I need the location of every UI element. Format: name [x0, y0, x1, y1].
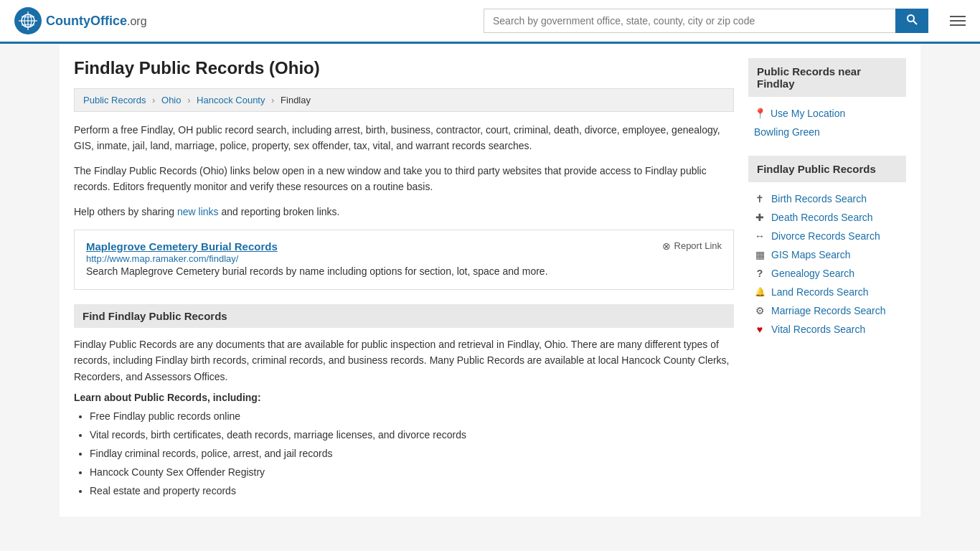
gis-icon: ▦: [754, 249, 765, 260]
findlay-records-heading: Findlay Public Records: [748, 156, 906, 182]
vital-icon: ♥: [754, 324, 765, 335]
breadcrumb-ohio[interactable]: Ohio: [161, 95, 181, 105]
logo-icon: [14, 7, 42, 34]
records-links: ✝Birth Records Search✚Death Records Sear…: [748, 189, 906, 339]
learn-list-item: Real estate and property records: [90, 484, 734, 499]
sidebar-record-item: ✚Death Records Search: [748, 208, 906, 227]
record-description: Search Maplegrove Cemetery burial record…: [86, 264, 722, 279]
sidebar: Public Records near Findlay 📍 Use My Loc…: [748, 58, 906, 502]
new-links-link[interactable]: new links: [177, 206, 219, 217]
svg-line-6: [913, 21, 917, 24]
find-paragraph: Findlay Public Records are any documents…: [74, 336, 734, 385]
marriage-icon: ⚙: [754, 305, 765, 316]
find-heading: Find Findlay Public Records: [74, 304, 734, 328]
learn-list: Free Findlay public records onlineVital …: [74, 409, 734, 499]
death-icon: ✚: [754, 212, 765, 223]
location-pin-icon: 📍: [754, 108, 766, 119]
sidebar-record-link[interactable]: GIS Maps Search: [771, 249, 851, 260]
sidebar-record-link[interactable]: Genealogy Search: [771, 268, 854, 279]
nearby-links: Bowling Green: [748, 123, 906, 141]
search-input[interactable]: [484, 9, 895, 33]
intro-paragraph-3: Help others by sharing new links and rep…: [74, 204, 734, 220]
use-location-item: 📍 Use My Location: [748, 104, 906, 123]
sidebar-record-link[interactable]: Marriage Records Search: [771, 305, 886, 316]
birth-icon: ✝: [754, 193, 765, 204]
sidebar-record-item: ⚙Marriage Records Search: [748, 301, 906, 320]
record-title: Maplegrove Cemetery Burial Records: [86, 240, 278, 253]
record-block: Maplegrove Cemetery Burial Records ⊗ Rep…: [74, 230, 734, 290]
nearby-heading: Public Records near Findlay: [748, 58, 906, 97]
sidebar-record-link[interactable]: Vital Records Search: [771, 324, 865, 335]
use-location-link[interactable]: Use My Location: [771, 108, 845, 119]
learn-list-item: Hancock County Sex Offender Registry: [90, 465, 734, 480]
svg-point-5: [908, 15, 914, 22]
search-bar: [484, 9, 928, 33]
breadcrumb-public-records[interactable]: Public Records: [83, 95, 146, 105]
report-link-label: Report Link: [674, 240, 722, 251]
sidebar-record-link[interactable]: Divorce Records Search: [771, 230, 880, 242]
intro-paragraph-2: The Findlay Public Records (Ohio) links …: [74, 163, 734, 195]
sidebar-record-item: ♥Vital Records Search: [748, 320, 906, 339]
divorce-icon: ↔: [754, 230, 765, 242]
breadcrumb-findlay: Findlay: [281, 95, 311, 105]
learn-list-item: Findlay criminal records, police, arrest…: [90, 446, 734, 461]
breadcrumb: Public Records › Ohio › Hancock County ›…: [74, 88, 734, 112]
sidebar-record-item: ?Genealogy Search: [748, 264, 906, 283]
nearby-section: Public Records near Findlay 📍 Use My Loc…: [748, 58, 906, 141]
logo-text: CountyOffice.org: [46, 14, 147, 29]
learn-list-item: Vital records, birth certificates, death…: [90, 428, 734, 443]
record-header: Maplegrove Cemetery Burial Records ⊗ Rep…: [86, 240, 722, 253]
land-icon: 🔔: [754, 287, 765, 297]
sidebar-record-item: ▦GIS Maps Search: [748, 245, 906, 264]
sidebar-record-item: ↔Divorce Records Search: [748, 227, 906, 245]
findlay-records-section: Findlay Public Records ✝Birth Records Se…: [748, 156, 906, 339]
sidebar-record-item: 🔔Land Records Search: [748, 283, 906, 301]
sidebar-record-link[interactable]: Death Records Search: [771, 212, 873, 223]
page-title: Findlay Public Records (Ohio): [74, 58, 734, 78]
learn-list-item: Free Findlay public records online: [90, 409, 734, 424]
report-link-button[interactable]: ⊗ Report Link: [662, 240, 722, 252]
report-icon: ⊗: [662, 240, 671, 252]
find-section: Find Findlay Public Records Findlay Publ…: [74, 304, 734, 499]
breadcrumb-hancock[interactable]: Hancock County: [197, 95, 265, 105]
sidebar-record-item: ✝Birth Records Search: [748, 189, 906, 208]
menu-button[interactable]: [950, 16, 966, 26]
nearby-link-item: Bowling Green: [748, 123, 906, 141]
record-title-link[interactable]: Maplegrove Cemetery Burial Records: [86, 240, 278, 253]
learn-heading: Learn about Public Records, including:: [74, 392, 734, 403]
nearby-link[interactable]: Bowling Green: [754, 126, 820, 138]
search-button[interactable]: [895, 9, 928, 33]
sidebar-record-link[interactable]: Birth Records Search: [771, 193, 867, 204]
record-url[interactable]: http://www.map.ramaker.com/findlay/: [86, 253, 238, 264]
intro-paragraph-1: Perform a free Findlay, OH public record…: [74, 122, 734, 154]
genealogy-icon: ?: [754, 268, 765, 279]
sidebar-record-link[interactable]: Land Records Search: [771, 286, 868, 298]
logo[interactable]: CountyOffice.org: [14, 7, 147, 34]
